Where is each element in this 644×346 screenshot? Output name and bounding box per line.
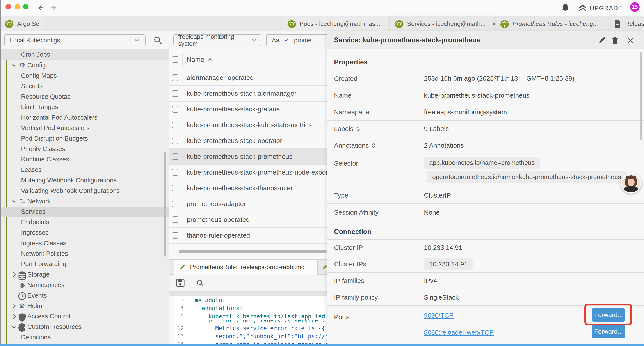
sidebar-item[interactable]: Runtime Classes [0,154,169,165]
row-checkbox[interactable] [172,216,178,223]
sidebar-item[interactable]: Priority Classes [0,144,169,154]
horizontal-scrollbar[interactable] [179,250,326,253]
service-name: prometheus-adapter [187,200,246,208]
sidebar-item[interactable]: Mutating Webhook Configurations [0,175,169,186]
select-all-checkbox[interactable] [172,56,178,63]
sidebar-item[interactable]: ⇅ Network [0,196,169,207]
kubeconfig-select[interactable]: Local Kubeconfigs [4,34,146,46]
expand-icon[interactable] [356,125,360,132]
expand-icon[interactable] [371,142,376,149]
row-checkbox[interactable] [172,106,178,113]
row-checkbox[interactable] [172,169,178,176]
sidebar-item[interactable]: Network Policies [0,248,169,259]
app-tab[interactable]: Pods - icecheng@mathmas... [282,16,388,31]
tree-chevron-icon[interactable] [10,303,18,309]
line-number: 13 [174,333,188,340]
upgrade-button[interactable]: UPGRADE [579,4,622,12]
sidebar-item[interactable]: Pod Disruption Budgets [0,133,169,144]
sidebar-item[interactable]: Secrets [0,81,169,91]
sidebar-item[interactable]: Validating Webhook Configurations [0,185,169,196]
port-link[interactable]: 8080:reloader-web/TCP [424,329,494,336]
sidebar-item[interactable]: Vertical Pod Autoscalers [0,123,169,133]
editor-tab[interactable]: PrometheusRule: freeleaps-prod-rabbitmq [174,260,318,275]
sidebar-item[interactable]: Services [0,207,169,217]
row-checkbox[interactable] [172,153,178,160]
tree-chevron-icon[interactable] [10,313,18,320]
yaml-editor[interactable]: 3 metadata: 4 annotations: 5 kubectl.kub… [174,296,328,346]
row-checkbox[interactable] [172,90,178,97]
sidebar-item[interactable]: ☸ Helm [0,301,169,311]
sidebar-item[interactable]: Ingresses [0,228,169,238]
notification-count-badge[interactable]: 15 [630,2,640,12]
sidebar-item[interactable]: Limit Ranges [0,102,169,112]
sidebar-item[interactable]: Access Control [0,311,169,322]
row-checkbox[interactable] [172,122,178,128]
sidebar-item[interactable]: Leases [0,165,169,175]
sidebar-item[interactable]: Ingress Classes [0,238,169,248]
editor-search-icon[interactable] [196,279,204,287]
save-icon[interactable] [176,278,185,288]
sidebar-item-label: Namespaces [26,281,64,289]
sidebar-item[interactable]: Config Maps [0,70,169,81]
titlebar: UPGRADE 15 [0,0,644,16]
back-arrow-icon[interactable] [37,4,44,11]
drawer-scrollbar[interactable] [640,52,642,140]
row-checkbox[interactable] [172,185,178,191]
line-code: 0","for":"hm","labels":{"service":"f [188,320,328,324]
port-link[interactable]: 9090/TCP [424,312,494,319]
namespace-selected-value: freeleaps-monitoring-system [178,33,251,47]
user-avatar[interactable] [621,173,641,194]
app-tab[interactable]: Prometheus Rules - icecheng... [495,16,608,31]
window-close-button[interactable] [6,4,11,9]
search-icon[interactable] [154,36,162,45]
sidebar-item-label: Services [20,208,45,215]
delete-trash-icon[interactable] [611,36,619,44]
service-detail-drawer: Service: kube-prometheus-stack-prometheu… [327,31,644,346]
sidebar-item[interactable]: Storage [0,269,169,280]
row-checkbox[interactable] [172,232,178,239]
sidebar-scrollbar[interactable] [164,152,166,257]
tree-chevron-icon[interactable] [10,198,18,204]
tree-item-icon: ◈ [18,281,26,289]
name-column-header[interactable]: Name [187,56,212,63]
window-minimize-button[interactable] [15,4,20,9]
close-icon[interactable] [626,36,634,44]
row-checkbox[interactable] [172,137,178,144]
tab-label: Prometheus Rules - icecheng... [512,20,598,27]
tab-icon [395,19,404,28]
row-checkbox[interactable] [172,74,178,81]
app-tab[interactable]: Argo Se [0,16,44,31]
sidebar-item-label: Pod Disruption Budgets [20,135,88,142]
editor-line: 12 Metrics service error rate is {{ $va [174,324,328,332]
sidebar-item[interactable]: Endpoints [0,217,169,228]
tree-chevron-icon[interactable] [10,62,18,68]
tree-chevron-icon[interactable] [10,324,18,330]
sidebar-item[interactable]: Cron Jobs [0,49,169,60]
namespace-select[interactable]: freeleaps-monitoring-system [174,34,261,46]
app-tab[interactable]: Release Notes [608,16,644,31]
regex-toggle-icon[interactable]: ▪* [285,37,288,44]
app-tab[interactable]: Services - icecheng@math... × [390,16,495,31]
match-case-toggle[interactable]: Aa [272,37,279,44]
window-maximize-button[interactable] [23,4,28,9]
forward-arrow-icon[interactable] [50,4,58,11]
sidebar-item[interactable]: Events [0,290,169,301]
tab-label: Services - icecheng@math... [407,20,486,27]
session-affinity-value: None [424,209,440,216]
sidebar-item[interactable]: Definitions [0,332,169,343]
namespace-link[interactable]: freeleaps-monitoring-system [424,108,507,116]
notifications-bell-icon[interactable] [562,3,569,11]
sidebar-item[interactable]: ⚙ Config [0,60,169,70]
tree-item-icon: ⇅ [18,198,26,205]
sidebar-item[interactable]: Custom Resources [0,322,169,332]
sidebar-item[interactable]: Port Forwarding [0,259,169,269]
sidebar-item-label: Ingress Classes [20,240,66,247]
tree-chevron-icon[interactable] [10,272,18,278]
tab-close-icon[interactable]: × [492,20,495,27]
sidebar-item[interactable]: Resource Quotas [0,91,169,102]
forward-button[interactable]: Forward... [592,325,625,338]
sidebar-item[interactable]: Horizontal Pod Autoscalers [0,112,169,123]
edit-pencil-icon[interactable] [598,36,606,44]
row-checkbox[interactable] [172,201,178,207]
sidebar-item[interactable]: ◈ Namespaces [0,280,169,290]
